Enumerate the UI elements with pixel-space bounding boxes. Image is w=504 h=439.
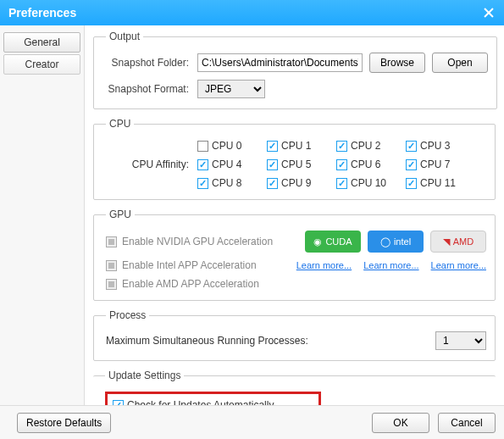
learn-cuda-link[interactable]: Learn more... xyxy=(296,260,352,270)
intel-label: Enable Intel APP Acceleration xyxy=(122,259,257,271)
learn-intel-link[interactable]: Learn more... xyxy=(363,260,418,270)
amd-button[interactable]: ◥AMD xyxy=(430,231,486,253)
amd-checkbox xyxy=(106,279,117,290)
footer: Restore Defaults OK Cancel xyxy=(0,405,504,439)
cpu8-checkbox[interactable]: CPU 8 xyxy=(197,177,267,189)
cpu0-checkbox[interactable]: CPU 0 xyxy=(197,140,267,152)
browse-button[interactable]: Browse xyxy=(369,53,425,73)
max-processes-select[interactable]: 1 xyxy=(435,331,486,350)
cpu9-checkbox[interactable]: CPU 9 xyxy=(267,177,336,189)
cpu11-checkbox[interactable]: CPU 11 xyxy=(406,177,475,189)
amd-icon: ◥ xyxy=(443,236,450,247)
legend-cpu: CPU xyxy=(106,118,134,130)
highlight-box: Check for Updates Automatically. xyxy=(105,392,321,405)
nvidia-checkbox xyxy=(106,236,117,247)
legend-output: Output xyxy=(106,31,143,42)
snapshot-format-label: Snapshot Format: xyxy=(106,83,197,95)
open-button[interactable]: Open xyxy=(432,53,488,73)
cpu-affinity-label: CPU Affinity: xyxy=(106,158,197,170)
learn-amd-link[interactable]: Learn more... xyxy=(431,260,486,270)
cancel-button[interactable]: Cancel xyxy=(438,413,496,433)
group-process: Process Maximum Simultaneous Running Pro… xyxy=(93,309,496,361)
legend-gpu: GPU xyxy=(106,208,135,220)
group-gpu: GPU Enable NVIDIA GPU Acceleration ◉CUDA… xyxy=(93,208,496,301)
cpu1-checkbox[interactable]: CPU 1 xyxy=(267,140,336,152)
sidebar: General Creator xyxy=(0,25,85,405)
intel-checkbox xyxy=(106,260,117,271)
ok-button[interactable]: OK xyxy=(372,413,429,433)
restore-defaults-button[interactable]: Restore Defaults xyxy=(17,413,111,433)
intel-icon: ◯ xyxy=(380,236,390,247)
cpu5-checkbox[interactable]: CPU 5 xyxy=(267,158,336,170)
check-updates-checkbox[interactable]: Check for Updates Automatically. xyxy=(113,399,276,405)
snapshot-format-select[interactable]: JPEG xyxy=(197,80,265,98)
legend-update: Update Settings xyxy=(105,370,184,381)
cuda-button[interactable]: ◉CUDA xyxy=(305,231,361,253)
content: Output Snapshot Folder: Browse Open Snap… xyxy=(85,25,504,405)
group-cpu: CPU CPU 0 CPU 1 CPU 2 CPU 3 CPU Affinity… xyxy=(93,118,496,200)
cpu3-checkbox[interactable]: CPU 3 xyxy=(406,140,475,152)
legend-process: Process xyxy=(106,309,149,321)
cpu7-checkbox[interactable]: CPU 7 xyxy=(406,158,475,170)
close-icon[interactable] xyxy=(482,6,496,19)
snapshot-folder-label: Snapshot Folder: xyxy=(106,57,197,69)
cpu4-checkbox[interactable]: CPU 4 xyxy=(197,158,267,170)
nvidia-label: Enable NVIDIA GPU Acceleration xyxy=(122,236,273,247)
check-updates-label: Check for Updates Automatically. xyxy=(127,399,276,405)
window-title: Preferences xyxy=(8,6,76,19)
titlebar: Preferences xyxy=(0,0,504,25)
group-update: Update Settings Check for Updates Automa… xyxy=(93,370,496,405)
cpu10-checkbox[interactable]: CPU 10 xyxy=(336,177,406,189)
intel-button[interactable]: ◯intel xyxy=(368,231,424,253)
tab-general[interactable]: General xyxy=(3,32,80,53)
group-output: Output Snapshot Folder: Browse Open Snap… xyxy=(93,31,497,109)
snapshot-folder-input[interactable] xyxy=(197,53,363,72)
cpu6-checkbox[interactable]: CPU 6 xyxy=(336,158,406,170)
amd-label: Enable AMD APP Acceleration xyxy=(122,278,259,290)
cpu2-checkbox[interactable]: CPU 2 xyxy=(336,140,406,152)
tab-creator[interactable]: Creator xyxy=(3,54,80,75)
max-processes-label: Maximum Simultaneous Running Processes: xyxy=(106,335,308,347)
cuda-icon: ◉ xyxy=(313,236,322,247)
